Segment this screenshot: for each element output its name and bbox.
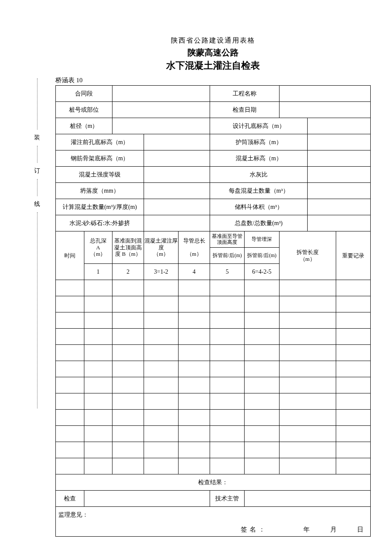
label-supervisor-opinion: 监理意见： [58,512,88,518]
label-pile-diameter: 桩径（m） [56,118,112,134]
table-row [56,345,371,361]
col-pipe-remove-len-l1: 拆管长度 [297,249,319,255]
value-calc-qty-thickness[interactable] [144,199,210,215]
table-number: 桥涵表 10 [55,76,371,84]
binding-char-1: 装 [34,134,40,142]
label-mix-ratio: 水泥:砂:砾石:水:外掺挤 [56,215,144,231]
value-rebar-bottom-elev[interactable] [144,150,210,167]
col-total-depth-title: 总孔深 [90,237,107,244]
label-inspector: 检查 [56,491,84,507]
col-pipe-remove-len-l2: （m） [300,256,315,262]
label-casing-top-elev: 护筒顶标高（m） [210,134,308,150]
label-tech-lead: 技术主管 [210,491,245,507]
table-row [56,458,371,474]
value-inspector[interactable] [84,491,210,507]
label-contract-section: 合同段 [56,86,112,102]
value-casing-top-elev[interactable] [308,134,371,150]
value-stake-or-part[interactable] [112,102,210,118]
signature-row: 签名： 年 月 日 [56,523,371,537]
label-total-batches-qty: 总盘数/总数量(m³) [210,215,308,231]
value-water-cement-ratio[interactable] [308,167,371,183]
value-mix-ratio[interactable] [144,215,210,231]
value-total-batches-qty[interactable] [308,215,371,231]
table-row [56,410,371,426]
value-design-bottom-elev[interactable] [308,118,371,134]
col-tremie-len: 导管总长 （m） [179,231,210,264]
value-concrete-elev[interactable] [308,150,371,167]
col-num-4: 4 [179,264,210,280]
label-calc-qty-thickness: 计算混凝土数量(m³)/厚度(m) [56,199,144,215]
label-water-cement-ratio: 水灰比 [210,167,308,183]
label-pre-pour-bottom-elev: 灌注前孔底标高（m） [56,134,144,150]
value-tech-lead[interactable] [245,491,371,507]
check-result-cell[interactable]: 检查结果： [56,474,371,491]
label-check-date: 检查日期 [210,102,280,118]
label-check-result: 检查结果： [198,479,228,486]
value-check-date[interactable] [279,102,370,118]
binding-char-3: 线 [34,200,40,208]
table-row [56,361,371,377]
label-stake-or-part: 桩号或部位 [56,102,112,118]
col-pipe-remove-len: 拆管长度 （m） [279,231,336,280]
col-num-1: 1 [84,264,112,280]
col-total-depth: 总孔深 A （m） [84,231,112,264]
header-project: 陕蒙高速公路 [55,47,371,58]
col-tremie-len-title: 导管总长 [183,237,205,244]
table-row [56,329,371,345]
col-num-6: 6=4-2-5 [245,264,279,280]
supervisor-opinion-cell[interactable]: 监理意见： [56,507,371,523]
value-concrete-grade[interactable] [144,167,210,183]
col-num-3: 3=1-2 [144,264,178,280]
binding-margin: 装 订 线 [34,77,40,410]
value-pile-diameter[interactable] [112,118,210,134]
col-notes: 重要记录 [336,231,370,280]
label-project-name: 工程名称 [210,86,280,102]
col-total-depth-unit: （m） [90,251,106,257]
label-concrete-grade: 混凝土强度等级 [56,167,144,183]
label-concrete-elev: 混凝土标高（m） [210,150,308,167]
table-row [56,426,371,442]
col-pour-thickness: 混凝土灌注厚度 （m） [144,231,178,264]
table-row [56,296,371,312]
header-title: 水下混凝土灌注自检表 [55,59,371,72]
col-datum-to-pipe-top-l2: 拆管前/后(m) [210,248,245,264]
col-num-5: 5 [210,264,245,280]
col-datum-to-pipe-top-l1: 基准面至导管顶面高度 [210,231,245,248]
col-embed-depth-l2: 拆管前/后(m) [245,248,279,264]
col-num-2: 2 [112,264,144,280]
table-row [56,312,371,329]
label-slump: 坍落度（mm） [56,183,144,199]
col-datum-to-top: 基准面到混凝土顶面高度 B（m） [112,231,144,264]
value-contract-section[interactable] [112,86,210,102]
value-hopper-volume[interactable] [308,199,371,215]
inspection-form-table: 合同段 工程名称 桩号或部位 检查日期 桩径（m） 设计孔底标高（m） 灌注前孔… [55,85,371,537]
header-org: 陕西省公路建设通用表格 [55,36,371,45]
col-embed-depth-l1: 导管埋深 [245,231,279,248]
table-row [56,377,371,393]
col-total-depth-sub: A [96,244,100,251]
label-design-bottom-elev: 设计孔底标高（m） [210,118,308,134]
value-project-name[interactable] [279,86,370,102]
col-pour-thickness-unit: （m） [153,251,169,257]
table-row [56,280,371,296]
table-row [56,442,371,458]
page-content: 陕西省公路建设通用表格 陕蒙高速公路 水下混凝土灌注自检表 桥涵表 10 合同段… [55,36,371,537]
signature-line-text: 签名： 年 月 日 [241,526,366,533]
value-per-batch-qty[interactable] [308,183,371,199]
label-hopper-volume: 储料斗体积（m³） [210,199,308,215]
value-slump[interactable] [144,183,210,199]
col-tremie-len-unit: （m） [187,251,202,257]
binding-char-2: 订 [34,167,40,175]
value-pre-pour-bottom-elev[interactable] [144,134,210,150]
col-pour-thickness-title: 混凝土灌注厚度 [144,237,178,251]
col-time: 时间 [56,231,84,280]
label-per-batch-qty: 每盘混凝土数量（m³） [210,183,308,199]
table-row [56,393,371,410]
label-rebar-bottom-elev: 钢筋骨架底标高（m） [56,150,144,167]
